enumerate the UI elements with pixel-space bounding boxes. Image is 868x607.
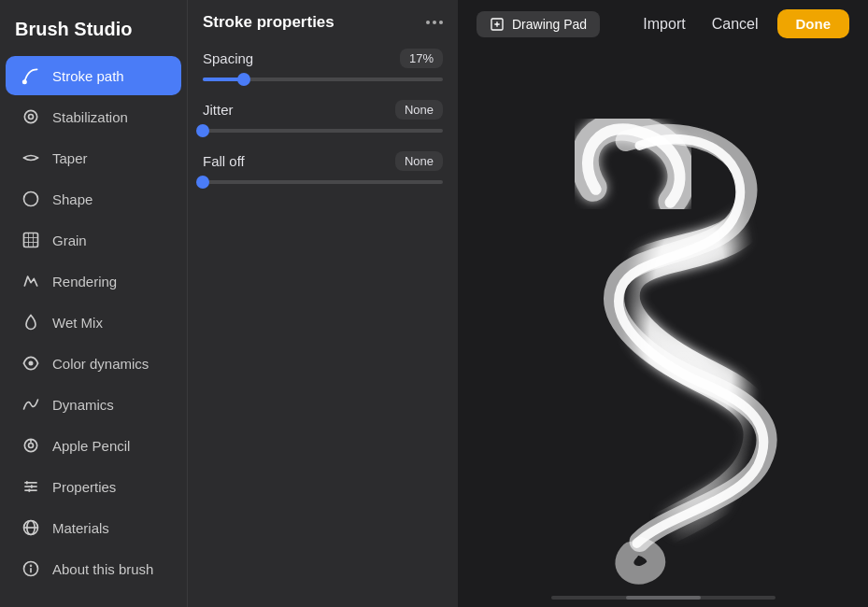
sidebar-item-materials[interactable]: Materials <box>6 508 181 547</box>
sidebar-label-apple-pencil: Apple Pencil <box>52 438 130 454</box>
sidebar-item-shape[interactable]: Shape <box>6 179 181 219</box>
svg-point-1 <box>24 110 36 122</box>
svg-point-5 <box>29 361 32 364</box>
sidebar-item-rendering[interactable]: Rendering <box>6 261 181 301</box>
scroll-thumb <box>626 596 701 600</box>
sidebar: Brush Studio Stroke path Stabilization <box>0 0 187 607</box>
rendering-icon <box>21 271 41 291</box>
materials-icon <box>21 517 41 538</box>
jitter-control: Jitter None <box>203 100 443 133</box>
done-button[interactable]: Done <box>777 9 850 38</box>
spacing-slider[interactable] <box>203 78 443 81</box>
color-dynamics-icon <box>21 353 41 374</box>
cancel-button[interactable]: Cancel <box>704 12 766 36</box>
sidebar-item-grain[interactable]: Grain <box>6 220 181 260</box>
brush-stroke-preview <box>458 48 868 588</box>
sidebar-item-properties[interactable]: Properties <box>6 467 181 506</box>
jitter-slider[interactable] <box>203 129 443 133</box>
jitter-thumb[interactable] <box>196 124 209 137</box>
about-brush-icon <box>21 558 41 579</box>
sidebar-label-wet-mix: Wet Mix <box>52 315 103 331</box>
grain-icon <box>21 230 41 250</box>
sidebar-label-color-dynamics: Color dynamics <box>52 356 149 372</box>
sidebar-label-stroke-path: Stroke path <box>52 68 124 84</box>
sidebar-item-color-dynamics[interactable]: Color dynamics <box>6 344 181 383</box>
sidebar-item-stabilization[interactable]: Stabilization <box>6 97 181 136</box>
sidebar-item-about-brush[interactable]: About this brush <box>6 549 181 588</box>
fall-off-value: None <box>395 151 443 171</box>
taper-icon <box>21 148 41 168</box>
drawing-pad-label: Drawing Pad <box>512 17 587 32</box>
stabilization-icon <box>21 106 41 127</box>
wet-mix-icon <box>21 312 41 332</box>
sidebar-label-stabilization: Stabilization <box>52 109 128 125</box>
drawing-pad-icon <box>490 17 505 32</box>
preview-area: Drawing Pad Import Cancel Done <box>458 0 868 607</box>
sidebar-label-about-brush: About this brush <box>52 561 153 577</box>
panel-controls: Spacing 17% Jitter None Fall off Non <box>188 41 458 191</box>
sidebar-item-stroke-path[interactable]: Stroke path <box>6 56 181 95</box>
sidebar-label-shape: Shape <box>52 191 92 207</box>
jitter-label: Jitter <box>203 102 234 118</box>
svg-point-2 <box>29 115 34 120</box>
preview-toolbar: Drawing Pad Import Cancel Done <box>458 0 868 48</box>
svg-point-0 <box>23 80 26 83</box>
properties-icon <box>21 476 41 497</box>
dynamics-icon <box>21 394 41 415</box>
sidebar-item-wet-mix[interactable]: Wet Mix <box>6 303 181 342</box>
drawing-pad-button[interactable]: Drawing Pad <box>477 11 600 37</box>
sidebar-label-dynamics: Dynamics <box>52 397 114 413</box>
sidebar-item-apple-pencil[interactable]: Apple Pencil <box>6 426 181 465</box>
svg-point-20 <box>31 565 32 566</box>
jitter-value: None <box>395 100 443 120</box>
spacing-thumb[interactable] <box>237 73 250 86</box>
sidebar-item-dynamics[interactable]: Dynamics <box>6 385 181 424</box>
svg-point-7 <box>29 444 34 448</box>
sidebar-label-grain: Grain <box>52 233 87 248</box>
spacing-label: Spacing <box>203 50 253 66</box>
fall-off-control: Fall off None <box>203 151 443 184</box>
svg-point-3 <box>24 192 38 206</box>
preview-actions: Import Cancel Done <box>635 9 849 38</box>
apple-pencil-icon <box>21 435 41 456</box>
svg-rect-4 <box>24 233 38 247</box>
sidebar-label-properties: Properties <box>52 479 116 495</box>
stroke-path-icon <box>21 65 41 86</box>
sidebar-label-rendering: Rendering <box>52 274 117 289</box>
panel-header: Stroke properties <box>188 0 458 41</box>
shape-icon <box>21 189 41 209</box>
sidebar-item-taper[interactable]: Taper <box>6 138 181 177</box>
spacing-value: 17% <box>400 49 443 68</box>
panel-title: Stroke properties <box>203 13 334 32</box>
spacing-control: Spacing 17% <box>203 49 443 81</box>
bottom-bar <box>458 588 868 607</box>
app-title: Brush Studio <box>0 11 187 55</box>
fall-off-label: Fall off <box>203 153 245 169</box>
scroll-indicator <box>551 596 776 600</box>
stroke-properties-panel: Stroke properties Spacing 17% Jitter Non… <box>187 0 458 607</box>
import-button[interactable]: Import <box>635 12 692 36</box>
canvas-area[interactable] <box>458 48 868 588</box>
sidebar-label-taper: Taper <box>52 150 88 166</box>
fall-off-slider[interactable] <box>203 180 443 184</box>
more-options-button[interactable] <box>426 21 443 24</box>
fall-off-thumb[interactable] <box>196 176 209 189</box>
sidebar-label-materials: Materials <box>52 520 109 536</box>
